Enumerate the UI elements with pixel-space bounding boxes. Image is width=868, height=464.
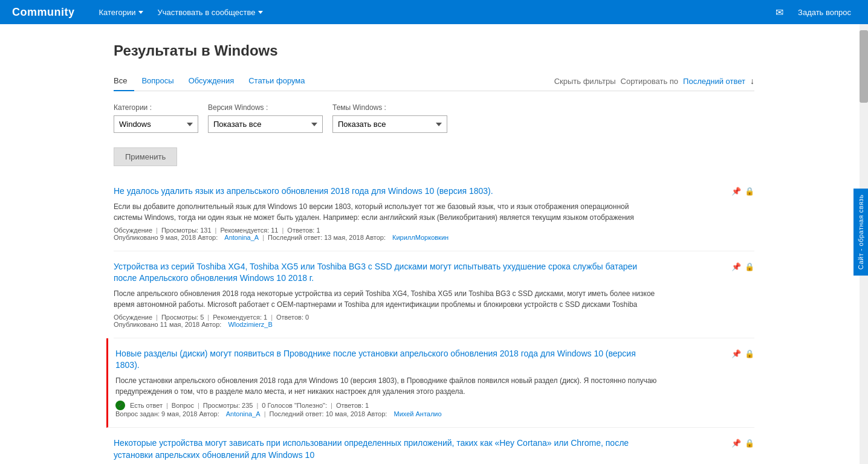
result-last-author[interactable]: КириллМорковкин <box>392 234 449 241</box>
chevron-down-icon <box>138 11 143 14</box>
result-author[interactable]: Antonina_A <box>224 234 259 241</box>
tab-all[interactable]: Все <box>114 71 134 91</box>
result-meta: Обсуждение | Просмотры: 5 | Рекомендуетс… <box>114 314 754 321</box>
version-label: Версия Windows : <box>208 103 323 112</box>
result-meta-2: Опубликовано 9 мая, 2018 Автор: Antonina… <box>114 234 754 241</box>
tabs-row: Все Вопросы Обсуждения Статьи форума Скр… <box>114 71 754 91</box>
version-select[interactable]: Показать все <box>208 115 323 133</box>
result-icons: 📌 🔒 <box>731 349 754 358</box>
tab-right-controls: Скрыть фильтры Сортировать по Последний … <box>554 76 754 86</box>
category-label: Категории : <box>114 103 198 112</box>
mail-icon[interactable]: ✉ <box>776 7 783 18</box>
lock-icon: 🔒 <box>745 349 754 358</box>
sort-arrow-icon[interactable]: ↓ <box>750 76 754 86</box>
theme-select[interactable]: Показать все <box>332 115 447 133</box>
pin-icon: 📌 <box>731 439 741 448</box>
result-desc: После установки апрельского обновления 2… <box>115 375 659 397</box>
sort-label: Сортировать по <box>621 77 679 86</box>
result-last-author[interactable]: Михей Анталио <box>394 410 441 417</box>
result-item: 📌 🔒 Некоторые устройства могут зависать … <box>114 428 754 464</box>
lock-icon: 🔒 <box>745 187 754 196</box>
main-content: Результаты в Windows Все Вопросы Обсужде… <box>102 24 766 464</box>
result-title[interactable]: Не удалось удалить язык из апрельського … <box>114 185 658 198</box>
nav-categories[interactable]: Категории <box>93 0 149 24</box>
result-title[interactable]: Некоторые устройства могут зависать при … <box>114 437 658 461</box>
site-header: Community Категории Участвовать в сообще… <box>0 0 868 24</box>
sort-value[interactable]: Последний ответ <box>683 77 745 86</box>
tab-questions[interactable]: Вопросы <box>134 71 181 91</box>
result-icons: 📌 🔒 <box>731 187 754 196</box>
hide-filters-link[interactable]: Скрыть фильтры <box>554 77 616 86</box>
nav-community[interactable]: Участвовать в сообществе <box>152 0 269 24</box>
result-item: 📌 🔒 Устройства из серий Toshiba XG4, Tos… <box>114 251 754 338</box>
result-desc: Если вы добавите дополнительный язык для… <box>114 201 658 223</box>
pin-icon: 📌 <box>731 349 741 358</box>
page-title: Результаты в Windows <box>114 42 754 59</box>
pin-icon: 📌 <box>731 262 741 271</box>
feedback-tab-wrapper: Сайт - обратная связь <box>853 188 868 276</box>
result-item: 📌 🔒 Не удалось удалить язык из апрельськ… <box>114 176 754 251</box>
result-meta: Обсуждение | Просмотры: 131 | Рекомендуе… <box>114 227 754 234</box>
category-select[interactable]: Windows <box>114 115 198 133</box>
filters-row: Категории : Windows Версия Windows : Пок… <box>114 103 754 133</box>
answered-badge: ✓ <box>115 401 125 410</box>
result-title[interactable]: Новые разделы (диски) могут появиться в … <box>115 348 659 372</box>
ask-question-button[interactable]: Задать вопрос <box>793 8 856 17</box>
result-meta: ✓ Есть ответ | Вопрос | Просмотры: 235 |… <box>115 401 754 410</box>
result-icons: 📌 🔒 <box>731 439 754 448</box>
header-right: ✉ Задать вопрос <box>776 7 856 18</box>
result-author[interactable]: Wlodzimierz_B <box>228 321 272 328</box>
brand-logo[interactable]: Community <box>12 6 75 19</box>
lock-icon: 🔒 <box>745 262 754 271</box>
pin-icon: 📌 <box>731 187 741 196</box>
theme-label: Темы Windows : <box>332 103 447 112</box>
result-author[interactable]: Antonina_A <box>226 410 261 417</box>
results-list: 📌 🔒 Не удалось удалить язык из апрельськ… <box>114 176 754 464</box>
result-meta-2: Опубликовано 11 мая, 2018 Автор: Wlodzim… <box>114 321 754 328</box>
result-type: Обсуждение <box>114 314 152 321</box>
result-type: Обсуждение <box>114 227 152 234</box>
result-item-highlighted: 📌 🔒 Новые разделы (диски) могут появитьс… <box>106 338 754 428</box>
apply-button[interactable]: Применить <box>114 147 177 166</box>
result-title[interactable]: Устройства из серий Toshiba XG4, Toshiba… <box>114 261 658 285</box>
filter-version: Версия Windows : Показать все <box>208 103 323 133</box>
filter-category: Категории : Windows <box>114 103 198 133</box>
tab-forum-articles[interactable]: Статьи форума <box>241 71 312 91</box>
tab-discussions[interactable]: Обсуждения <box>181 71 242 91</box>
filter-theme: Темы Windows : Показать все <box>332 103 447 133</box>
main-nav: Категории Участвовать в сообществе <box>93 0 269 24</box>
lock-icon: 🔒 <box>745 439 754 448</box>
feedback-tab[interactable]: Сайт - обратная связь <box>853 188 868 276</box>
chevron-down-icon <box>258 11 263 14</box>
result-type: Вопрос <box>172 402 194 409</box>
scrollbar-thumb[interactable] <box>860 30 868 103</box>
result-meta-2: Вопрос задан: 9 мая, 2018 Автор: Antonin… <box>115 410 754 417</box>
result-desc: После апрельского обновления 2018 года н… <box>114 288 658 310</box>
result-icons: 📌 🔒 <box>731 262 754 271</box>
